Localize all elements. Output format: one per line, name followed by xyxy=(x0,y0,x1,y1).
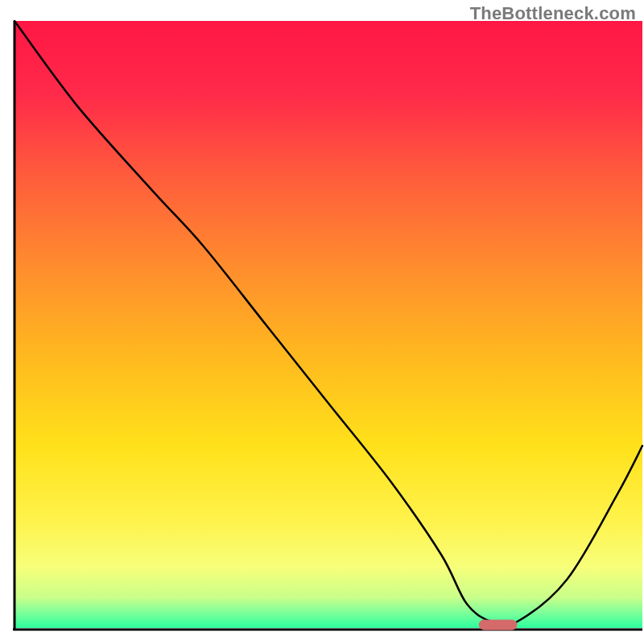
watermark-text: TheBottleneck.com xyxy=(470,3,636,24)
optimal-marker xyxy=(479,620,517,630)
plot-background xyxy=(14,21,642,628)
bottleneck-chart xyxy=(0,0,644,644)
chart-container: TheBottleneck.com xyxy=(0,0,644,644)
